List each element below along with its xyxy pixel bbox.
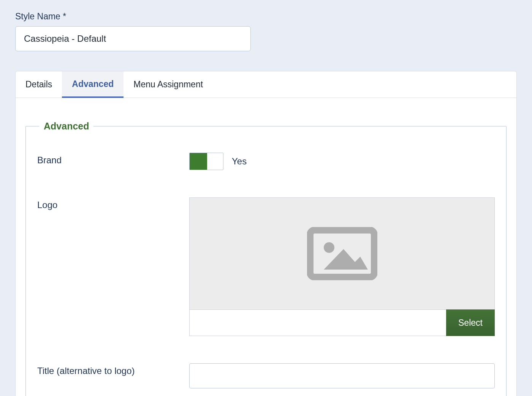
row-title-alt: Title (alternative to logo) [37, 363, 495, 388]
row-brand: Brand Yes [37, 153, 495, 170]
logo-path-input[interactable] [189, 309, 446, 336]
brand-label: Brand [37, 153, 189, 166]
tab-content-advanced: Advanced Brand Yes Log [16, 98, 516, 396]
tabs-bar: Details Advanced Menu Assignment [16, 71, 516, 98]
title-alt-label: Title (alternative to logo) [37, 363, 189, 376]
tab-details[interactable]: Details [16, 71, 62, 98]
advanced-fieldset: Advanced Brand Yes Log [25, 121, 507, 396]
logo-label: Logo [37, 197, 189, 210]
image-placeholder-icon [307, 227, 377, 280]
logo-select-button[interactable]: Select [446, 309, 495, 336]
brand-toggle-state: Yes [232, 156, 247, 167]
brand-toggle[interactable] [189, 153, 223, 170]
logo-media-field: Select [189, 197, 495, 336]
tabs-card: Details Advanced Menu Assignment Advance… [15, 71, 517, 396]
row-logo: Logo Select [37, 197, 495, 336]
style-name-label: Style Name * [15, 11, 517, 22]
advanced-legend: Advanced [39, 121, 93, 132]
brand-toggle-knob [190, 153, 207, 170]
tab-menu-assignment[interactable]: Menu Assignment [124, 71, 213, 98]
style-name-input[interactable] [15, 26, 251, 51]
tab-advanced[interactable]: Advanced [62, 71, 124, 98]
title-alt-input[interactable] [189, 363, 495, 388]
svg-point-1 [324, 242, 334, 253]
logo-preview[interactable] [189, 197, 495, 309]
